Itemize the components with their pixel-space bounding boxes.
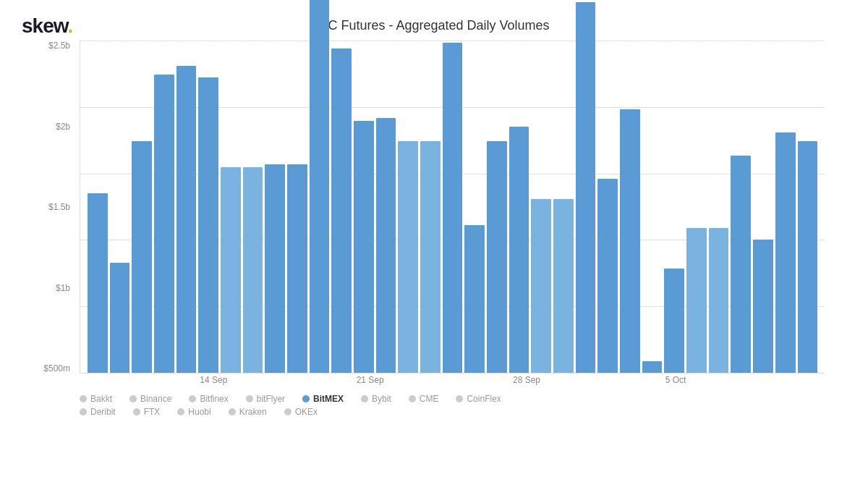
legend-dot-binance <box>129 395 137 402</box>
legend-item-coinflex: CoinFlex <box>456 394 501 404</box>
x-labels: 14 Sep 21 Sep 28 Sep 5 Oct <box>80 375 825 393</box>
legend-item-okex: OKEx <box>284 407 318 417</box>
bar-14 <box>398 141 418 373</box>
bar-12 <box>354 121 374 373</box>
bar-25 <box>642 361 663 373</box>
bar-18 <box>487 141 507 373</box>
legend-item-bitflyer: bitFlyer <box>246 394 285 404</box>
legend-label-deribit: Deribit <box>90 407 116 417</box>
legend-dot-bitmex <box>302 395 310 402</box>
legend-item-ftx: FTX <box>133 407 161 417</box>
chart-title: BTC Futures - Aggregated Daily Volumes <box>14 14 846 33</box>
x-label-5oct: 5 Oct <box>665 375 686 385</box>
legend-dot-huobi <box>177 408 184 416</box>
legend-item-bybit: Bybit <box>361 394 391 404</box>
bar-21 <box>553 199 574 373</box>
logo: skew. <box>22 14 72 38</box>
bar-20 <box>531 199 551 373</box>
logo-text: skew <box>22 14 67 37</box>
legend-dot-okex <box>284 408 292 416</box>
legend-label-okex: OKEx <box>295 407 318 417</box>
legend-dot-bitflyer <box>246 395 253 402</box>
bar-32 <box>798 141 818 373</box>
bar-28 <box>709 228 729 373</box>
page-container: skew. BTC Futures - Aggregated Daily Vol… <box>0 0 868 485</box>
bar-23 <box>597 179 618 373</box>
bar-13 <box>376 118 396 373</box>
legend-label-cme: CME <box>420 394 439 404</box>
legend-label-bybit: Bybit <box>372 394 391 404</box>
bar-17 <box>464 225 485 373</box>
legend-dot-bakkt <box>80 395 87 402</box>
legend-label-bitmex: BitMEX <box>313 394 344 404</box>
bar-11 <box>331 48 352 373</box>
legend-dot-kraken <box>229 408 236 416</box>
legend-label-coinflex: CoinFlex <box>467 394 501 404</box>
bar-6 <box>221 167 241 373</box>
legend-dot-coinflex <box>456 395 463 402</box>
legend-item-binance: Binance <box>129 394 171 404</box>
bar-3 <box>154 75 174 373</box>
bar-8 <box>265 164 285 373</box>
bar-26 <box>664 269 684 373</box>
chart-area: $2.5b $2b $1.5b $1b $500m 14 Sep 21 Sep … <box>33 41 828 417</box>
bars-container <box>80 41 825 373</box>
legend-label-ftx: FTX <box>144 407 161 417</box>
y-label-1500m: $1.5b <box>48 202 70 212</box>
bar-30 <box>753 240 773 373</box>
legend-item-bakkt: Bakkt <box>80 394 112 404</box>
legend-dot-ftx <box>133 408 140 416</box>
legend-label-bakkt: Bakkt <box>90 394 112 404</box>
legend-dot-deribit <box>80 408 87 416</box>
bar-7 <box>243 167 263 373</box>
bar-22 <box>576 2 596 373</box>
bar-5 <box>198 77 218 373</box>
bar-4 <box>176 66 197 373</box>
bar-2 <box>132 141 152 373</box>
legend-label-bitfinex: Bitfinex <box>200 394 228 404</box>
x-label-21sep: 21 Sep <box>357 375 384 385</box>
legend-item-bitmex: BitMEX <box>302 394 344 404</box>
bar-0 <box>88 193 108 373</box>
legend: BakktBinanceBitfinexbitFlyerBitMEXBybitC… <box>80 394 825 417</box>
bar-16 <box>443 43 463 373</box>
bar-19 <box>509 127 529 373</box>
y-label-2500m: $2.5b <box>48 41 70 51</box>
legend-row-2: DeribitFTXHuobiKrakenOKEx <box>80 407 825 417</box>
legend-item-bitfinex: Bitfinex <box>189 394 228 404</box>
logo-dot: . <box>67 14 72 37</box>
legend-label-huobi: Huobi <box>188 407 210 417</box>
bar-31 <box>775 132 796 373</box>
y-label-2000m: $2b <box>56 122 70 132</box>
legend-dot-cme <box>409 395 416 402</box>
bar-10 <box>310 0 330 373</box>
y-label-500m: $500m <box>43 363 70 374</box>
plot-area <box>80 41 825 374</box>
x-label-14sep: 14 Sep <box>200 375 227 385</box>
legend-label-kraken: Kraken <box>239 407 267 417</box>
legend-row-1: BakktBinanceBitfinexbitFlyerBitMEXBybitC… <box>80 394 825 404</box>
bar-27 <box>686 228 707 373</box>
legend-dot-bitfinex <box>189 395 196 402</box>
legend-item-kraken: Kraken <box>229 407 267 417</box>
bar-9 <box>287 164 307 373</box>
legend-item-huobi: Huobi <box>177 407 210 417</box>
y-label-1000m: $1b <box>56 283 70 293</box>
legend-dot-bybit <box>361 395 368 402</box>
legend-item-deribit: Deribit <box>80 407 116 417</box>
x-label-28sep: 28 Sep <box>513 375 540 385</box>
bar-24 <box>620 109 640 373</box>
legend-item-cme: CME <box>409 394 439 404</box>
legend-label-bitflyer: bitFlyer <box>257 394 285 404</box>
bar-15 <box>420 141 441 373</box>
bar-1 <box>110 263 130 373</box>
bar-29 <box>731 156 751 373</box>
legend-label-binance: Binance <box>140 394 171 404</box>
y-axis: $2.5b $2b $1.5b $1b $500m <box>33 41 76 374</box>
